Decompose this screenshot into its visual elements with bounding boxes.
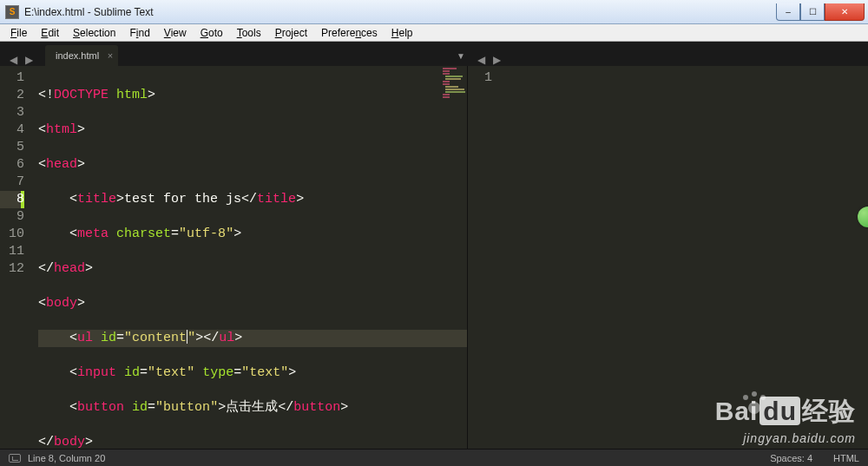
menu-preferences[interactable]: Preferences [314, 25, 385, 41]
editor-pane-right: 1 [468, 66, 868, 449]
menu-bar: File Edit Selection Find View Goto Tools… [0, 24, 868, 42]
nav-forward-icon[interactable]: ▶ [23, 54, 35, 66]
menu-help[interactable]: Help [385, 25, 420, 41]
tab-close-icon[interactable]: × [108, 50, 113, 61]
maximize-button[interactable]: ☐ [800, 3, 825, 21]
window-titlebar: S E:\index.html - Sublime Text – ☐ ✕ [0, 0, 868, 24]
status-bar: Line 8, Column 20 Spaces: 4 HTML [0, 449, 868, 466]
editor-pane-left: 123456789101112 <!DOCTYPE html> <html> <… [0, 66, 468, 449]
menu-project[interactable]: Project [268, 25, 314, 41]
menu-selection[interactable]: Selection [66, 25, 122, 41]
minimize-button[interactable]: – [776, 3, 800, 21]
tab-index-html[interactable]: index.html × [45, 45, 118, 66]
status-indent[interactable]: Spaces: 4 [770, 453, 812, 463]
minimap[interactable] [443, 68, 465, 163]
menu-goto[interactable]: Goto [194, 25, 230, 41]
window-controls: – ☐ ✕ [776, 3, 865, 21]
code-content-left[interactable]: <!DOCTYPE html> <html> <head> <title>tes… [33, 66, 467, 449]
window-title: E:\index.html - Sublime Text [24, 6, 776, 18]
nav-back-icon[interactable]: ◀ [475, 54, 487, 66]
gutter-left: 123456789101112 [0, 66, 33, 449]
tab-history-nav-right: ◀ ▶ [468, 54, 510, 66]
menu-tools[interactable]: Tools [230, 25, 268, 41]
menu-edit[interactable]: Edit [34, 25, 66, 41]
menu-view[interactable]: View [157, 25, 194, 41]
tab-list-dropdown-icon[interactable]: ▼ [454, 45, 468, 66]
gutter-right: 1 [468, 66, 501, 449]
tab-history-nav: ◀ ▶ [0, 54, 42, 66]
code-area-right[interactable]: 1 [468, 66, 868, 449]
code-area-left[interactable]: 123456789101112 <!DOCTYPE html> <html> <… [0, 66, 467, 449]
close-button[interactable]: ✕ [825, 3, 865, 21]
watermark-paw-icon [738, 390, 773, 416]
menu-find[interactable]: Find [122, 25, 156, 41]
nav-back-icon[interactable]: ◀ [7, 54, 19, 66]
nav-forward-icon[interactable]: ▶ [490, 54, 503, 66]
tab-strip: ◀ ▶ index.html × ▼ ◀ ▶ [0, 42, 868, 66]
status-syntax[interactable]: HTML [833, 453, 859, 463]
menu-file[interactable]: File [3, 25, 34, 41]
code-content-right[interactable] [501, 66, 868, 449]
app-icon: S [5, 5, 19, 19]
tab-label: index.html [56, 50, 99, 61]
status-position: Line 8, Column 20 [28, 453, 105, 463]
panel-switch-icon[interactable] [9, 454, 21, 463]
